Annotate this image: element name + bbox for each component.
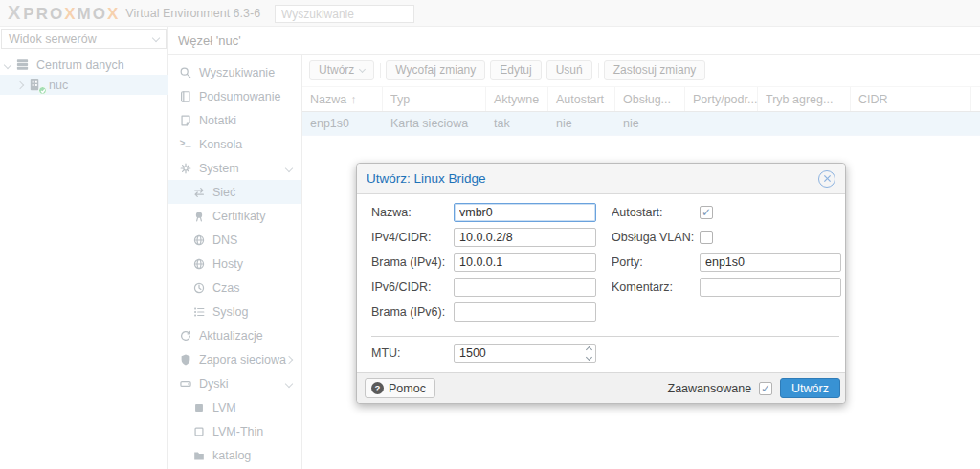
ports-field[interactable]	[700, 253, 841, 272]
dialog-footer: ? Pomoc Zaawansowane ✓ Utwórz	[357, 372, 845, 403]
ipv4-field[interactable]	[454, 228, 596, 247]
spinner-up-icon[interactable]	[586, 346, 592, 353]
ipv4-label: IPv4/CIDR:	[371, 231, 454, 244]
close-icon[interactable]	[818, 170, 835, 188]
advanced-checkbox[interactable]: ✓	[759, 382, 772, 395]
mtu-label: MTU:	[371, 346, 454, 360]
ports-label: Porty:	[596, 256, 700, 269]
autostart-checkbox[interactable]: ✓	[700, 206, 713, 219]
help-icon: ?	[371, 382, 384, 394]
mtu-field[interactable]	[454, 344, 596, 363]
gateway4-field[interactable]	[454, 253, 596, 272]
comment-field[interactable]	[700, 278, 841, 297]
name-label: Nazwa:	[371, 206, 454, 219]
vlan-aware-label: Obsługa VLAN:	[596, 231, 700, 244]
ipv6-field[interactable]	[454, 278, 596, 297]
dialog-form: Nazwa: Autostart: ✓ IPv4/CIDR: Obsługa V…	[371, 203, 839, 322]
gateway6-label: Brama (IPv6):	[371, 305, 454, 319]
advanced-label: Zaawansowane	[668, 382, 752, 395]
mtu-row: MTU:	[371, 344, 839, 363]
spinner-down-icon[interactable]	[586, 354, 592, 361]
name-field[interactable]	[454, 203, 596, 222]
ipv6-label: IPv6/CIDR:	[371, 280, 454, 294]
dialog-title: Utwórz: Linux Bridge	[367, 171, 486, 186]
spinner-buttons[interactable]	[587, 346, 591, 360]
gateway6-field[interactable]	[454, 302, 596, 322]
submit-create-button[interactable]: Utwórz	[780, 378, 840, 398]
comment-label: Komentarz:	[596, 280, 700, 294]
vlan-aware-checkbox[interactable]	[700, 231, 713, 244]
help-button[interactable]: ? Pomoc	[365, 378, 435, 398]
gateway4-label: Brama (IPv4):	[371, 256, 454, 269]
create-linux-bridge-dialog: Utwórz: Linux Bridge Nazwa: Autostart: ✓…	[356, 163, 846, 404]
advanced-separator	[371, 336, 839, 337]
autostart-label: Autostart:	[596, 206, 700, 219]
dialog-header[interactable]: Utwórz: Linux Bridge	[357, 164, 845, 194]
